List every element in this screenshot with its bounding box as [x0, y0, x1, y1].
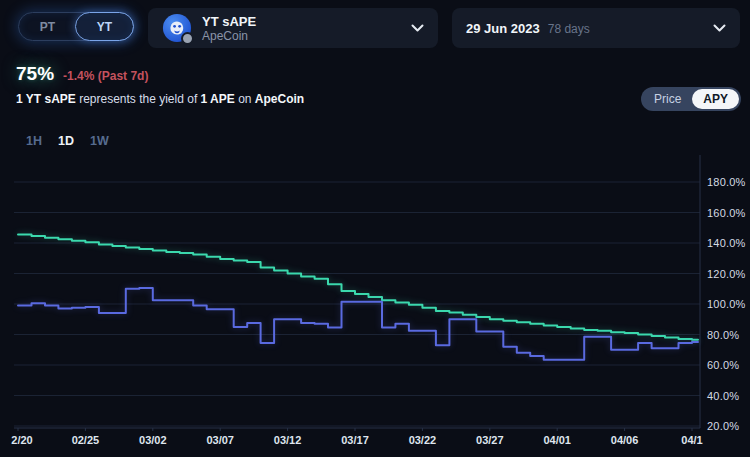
interval-tab-1d[interactable]: 1D [58, 134, 74, 148]
chevron-down-icon [411, 24, 424, 32]
interval-tab-1h[interactable]: 1H [26, 134, 42, 148]
yt-description-part: on [235, 92, 255, 106]
pt-yt-toggle: PT YT [18, 12, 134, 41]
price-view-button[interactable]: Price [643, 89, 692, 109]
apecoin-icon [162, 13, 192, 43]
price-apy-toggle: PriceAPY [641, 87, 741, 111]
apy-stats: 75% -1.4% (Past 7d) [16, 63, 148, 85]
interval-tab-1w[interactable]: 1W [90, 134, 109, 148]
maturity-date: 29 Jun 2023 [466, 21, 540, 36]
pt-tab[interactable]: PT [19, 13, 76, 40]
series-line-underlying-apy [18, 235, 698, 340]
market-selector[interactable]: YT sAPE ApeCoin [148, 8, 438, 48]
chevron-down-icon [713, 24, 726, 32]
maturity-days: 78 days [548, 22, 590, 36]
series-line-implied-apy [18, 288, 698, 360]
yt-tab[interactable]: YT [75, 12, 134, 41]
maturity-selector[interactable]: 29 Jun 2023 78 days [452, 8, 740, 48]
yt-description-part: 1 APE [201, 92, 235, 106]
yt-description-part: ApeCoin [255, 92, 304, 106]
yield-trading-page: 180.0%160.0%140.0%120.0%100.0%80.0%60.0%… [0, 0, 750, 457]
current-apy-value: 75% [16, 63, 54, 85]
interval-tabs: 1H1D1W [26, 134, 109, 148]
maturity-text: 29 Jun 2023 78 days [466, 21, 705, 36]
apy-change-7d: -1.4% (Past 7d) [63, 69, 148, 83]
yt-description-part: 1 YT sAPE [16, 92, 76, 106]
yt-description-part: represents the yield of [76, 92, 201, 106]
apy-view-button[interactable]: APY [692, 89, 739, 109]
market-subtitle: ApeCoin [202, 29, 403, 43]
coin-network-badge [181, 32, 194, 45]
market-title: YT sAPE [202, 14, 403, 29]
yt-description: 1 YT sAPE represents the yield of 1 APE … [16, 92, 304, 106]
market-selector-text: YT sAPE ApeCoin [202, 14, 403, 43]
